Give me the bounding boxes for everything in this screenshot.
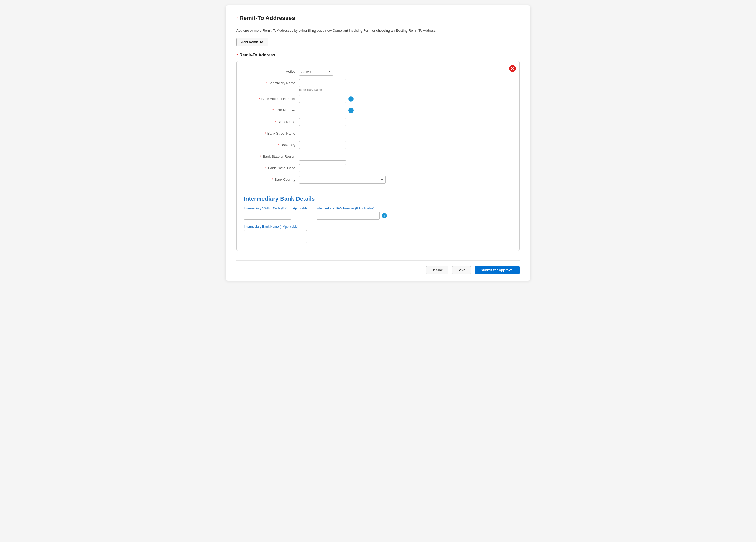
bank-state-input[interactable] — [299, 153, 346, 161]
active-select[interactable]: Active Inactive — [299, 68, 333, 76]
bank-postal-code-control — [299, 164, 346, 172]
add-remit-to-button[interactable]: Add Remit-To — [236, 38, 268, 46]
req-star: * — [260, 155, 261, 159]
intermediary-swift-field: Intermediary SWIFT Code (BIC) (If Applic… — [244, 207, 309, 220]
intermediary-bank-name-field: Intermediary Bank Name (If Applicable) — [244, 225, 512, 243]
active-label: Active — [244, 68, 299, 74]
bank-name-control — [299, 118, 346, 126]
bank-city-control — [299, 141, 346, 149]
intermediary-iban-info-icon[interactable]: i — [382, 213, 387, 218]
intermediary-iban-label: Intermediary IBAN Number (If Applicable) — [317, 207, 387, 210]
bank-state-row: * Bank State or Region — [244, 153, 512, 161]
bank-city-row: * Bank City — [244, 141, 512, 149]
save-button[interactable]: Save — [452, 266, 471, 274]
bank-country-select[interactable]: Australia United States United Kingdom — [299, 176, 386, 184]
bank-state-control — [299, 153, 346, 161]
intermediary-bank-name-label: Intermediary Bank Name (If Applicable) — [244, 225, 512, 229]
req-star: * — [265, 166, 266, 170]
section-title-text: Remit-To Address — [239, 53, 275, 57]
bank-account-number-input-group: i — [299, 95, 354, 103]
bsb-number-input[interactable] — [299, 107, 346, 114]
remit-to-card: Active Active Inactive * Beneficiary Nam… — [236, 61, 520, 251]
bank-name-label: * Bank Name — [244, 118, 299, 124]
req-star: * — [259, 97, 260, 101]
footer: Decline Save Submit for Approval — [236, 260, 520, 281]
page-divider — [236, 24, 520, 24]
beneficiary-name-label: * Beneficiary Name — [244, 79, 299, 86]
bank-account-number-control: i — [299, 95, 354, 103]
title-dot: · — [236, 15, 238, 22]
bank-city-input[interactable] — [299, 141, 346, 149]
bank-postal-code-label: * Bank Postal Code — [244, 164, 299, 171]
bank-account-number-input[interactable] — [299, 95, 346, 103]
page-description: Add one or more Remit-To Addresses by ei… — [236, 29, 520, 33]
bank-country-label: * Bank Country — [244, 176, 299, 182]
bank-street-name-control — [299, 130, 346, 138]
page-title: · Remit-To Addresses — [236, 15, 520, 22]
bsb-number-info-icon[interactable]: i — [348, 108, 354, 113]
beneficiary-name-control: Beneficiary Name — [299, 79, 346, 91]
bank-postal-code-row: * Bank Postal Code — [244, 164, 512, 172]
bank-account-number-row: * Bank Account Number i — [244, 95, 512, 103]
active-control: Active Inactive — [299, 68, 333, 76]
bank-name-input[interactable] — [299, 118, 346, 126]
req-star: * — [278, 143, 279, 147]
bank-street-name-label: * Bank Street Name — [244, 130, 299, 136]
bsb-number-label: * BSB Number — [244, 107, 299, 113]
submit-for-approval-button[interactable]: Submit for Approval — [475, 266, 520, 274]
req-star: * — [272, 178, 273, 182]
section-required-star: * — [236, 53, 238, 57]
beneficiary-name-row: * Beneficiary Name Beneficiary Name — [244, 79, 512, 91]
beneficiary-name-hint: Beneficiary Name — [299, 88, 346, 91]
bank-name-row: * Bank Name — [244, 118, 512, 126]
intermediary-bank-name-input[interactable] — [244, 230, 307, 243]
bank-account-number-label: * Bank Account Number — [244, 95, 299, 101]
req-star: * — [272, 108, 274, 112]
active-row: Active Active Inactive — [244, 68, 512, 76]
bsb-number-control: i — [299, 107, 354, 114]
bsb-number-input-group: i — [299, 107, 354, 114]
intermediary-grid: Intermediary SWIFT Code (BIC) (If Applic… — [244, 207, 512, 220]
intermediary-iban-field: Intermediary IBAN Number (If Applicable)… — [317, 207, 387, 220]
req-star: * — [266, 81, 267, 85]
req-star: * — [265, 132, 266, 135]
intermediary-iban-input-group: i — [317, 212, 387, 220]
intermediary-iban-input[interactable] — [317, 212, 380, 220]
close-button[interactable] — [509, 65, 516, 72]
bsb-number-row: * BSB Number i — [244, 107, 512, 114]
req-star: * — [275, 120, 276, 124]
section-title: * Remit-To Address — [236, 53, 520, 57]
page-title-text: Remit-To Addresses — [239, 15, 295, 22]
bank-city-label: * Bank City — [244, 141, 299, 148]
beneficiary-name-input[interactable] — [299, 79, 346, 87]
bank-country-row: * Bank Country Australia United States U… — [244, 176, 512, 184]
page-container: · Remit-To Addresses Add one or more Rem… — [226, 5, 530, 281]
intermediary-swift-input[interactable] — [244, 212, 291, 220]
intermediary-swift-label: Intermediary SWIFT Code (BIC) (If Applic… — [244, 207, 309, 210]
bank-account-number-info-icon[interactable]: i — [348, 96, 354, 102]
intermediary-title: Intermediary Bank Details — [244, 196, 512, 202]
bank-street-name-row: * Bank Street Name — [244, 130, 512, 138]
bank-state-label: * Bank State or Region — [244, 153, 299, 159]
bank-street-name-input[interactable] — [299, 130, 346, 138]
decline-button[interactable]: Decline — [426, 266, 448, 274]
bank-postal-code-input[interactable] — [299, 164, 346, 172]
intermediary-section: Intermediary Bank Details Intermediary S… — [244, 190, 512, 243]
bank-country-control: Australia United States United Kingdom — [299, 176, 386, 184]
